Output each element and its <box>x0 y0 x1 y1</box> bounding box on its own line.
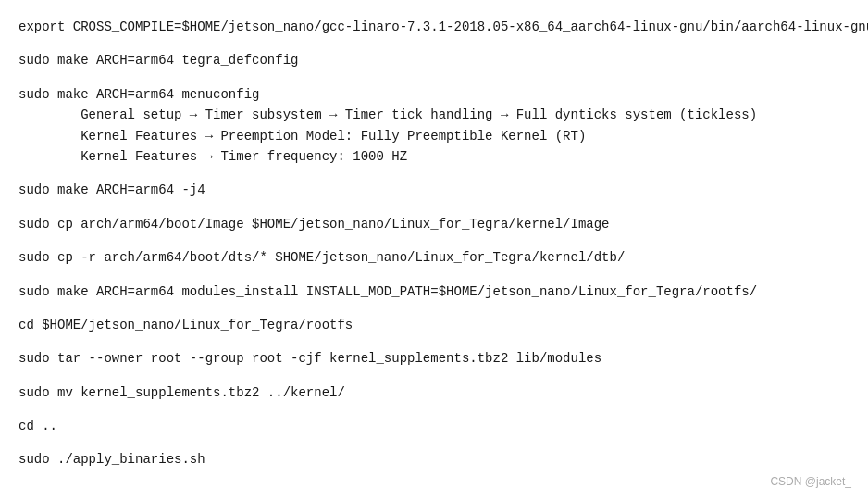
cp-image-line: sudo cp arch/arm64/boot/Image $HOME/jets… <box>19 214 849 234</box>
export-line: export CROSS_COMPILE=$HOME/jetson_nano/g… <box>19 17 849 37</box>
code-content: export CROSS_COMPILE=$HOME/jetson_nano/g… <box>19 17 849 470</box>
make-menuconfig-line: sudo make ARCH=arm64 menuconfig <box>19 84 849 105</box>
make-defconfig-line: sudo make ARCH=arm64 tegra_defconfig <box>19 50 849 70</box>
watermark-text: CSDN @jacket_ <box>770 475 851 488</box>
tar-cmd-line: sudo tar --owner root --group root -cjf … <box>19 348 849 369</box>
cd-rootfs-line: cd $HOME/jetson_nano/Linux_for_Tegra/roo… <box>19 315 849 335</box>
cd-dotdot-line: cd .. <box>19 416 849 436</box>
make-modules-line: sudo make ARCH=arm64 modules_install INS… <box>19 282 849 302</box>
make-j4-line: sudo make ARCH=arm64 -j4 <box>19 180 849 200</box>
menuconfig-sub2: Kernel Features → Preemption Model: Full… <box>19 126 849 146</box>
mv-cmd-line: sudo mv kernel_supplements.tbz2 ../kerne… <box>19 382 849 403</box>
apply-binaries-line: sudo ./apply_binaries.sh <box>19 449 849 470</box>
cp-dts-line: sudo cp -r arch/arm64/boot/dts/* $HOME/j… <box>19 247 849 268</box>
menuconfig-sub1: General setup → Timer subsystem → Timer … <box>19 105 849 125</box>
menuconfig-sub3: Kernel Features → Timer frequency: 1000 … <box>19 146 849 167</box>
